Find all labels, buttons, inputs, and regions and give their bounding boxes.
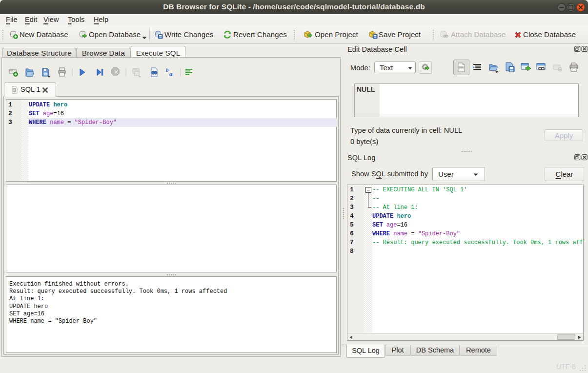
svg-text:b: b bbox=[166, 67, 169, 73]
svg-text:a: a bbox=[169, 70, 173, 78]
